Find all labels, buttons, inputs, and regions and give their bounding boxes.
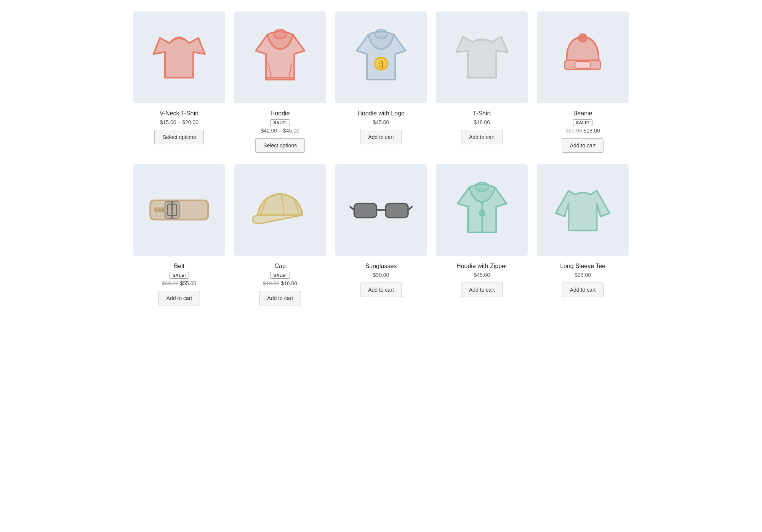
product-card-vneck-tshirt: V-Neck T-Shirt$15.00 – $20.00Select opti… [133,11,225,153]
sale-badge-beanie: SALE! [573,119,593,126]
sale-price-cap: $16.00 [281,280,297,286]
svg-point-9 [579,34,586,42]
product-price-beanie: $20.00$18.00 [566,128,600,134]
add-to-cart-hoodie-logo[interactable]: Add to cart [360,130,402,144]
product-name-cap: Cap [275,263,286,270]
sale-badge-belt: SALE! [170,272,189,279]
product-name-belt: Belt [174,263,185,270]
product-grid: V-Neck T-Shirt$15.00 – $20.00Select opti… [133,11,629,305]
svg-point-23 [479,211,484,216]
product-image-hoodie-logo: :) [335,11,427,103]
product-price-vneck-tshirt: $15.00 – $20.00 [160,119,199,125]
original-price-cap: $18.00 [263,280,279,286]
product-card-beanie: BeanieSALE!$20.00$18.00Add to cart [537,11,629,153]
add-to-cart-long-sleeve-tee[interactable]: Add to cart [562,283,604,297]
product-name-hoodie-zipper: Hoodie with Zipper [456,263,507,270]
product-name-sunglasses: Sunglasses [365,263,397,270]
product-price-hoodie-zipper: $45.00 [474,272,490,278]
product-image-hoodie-zipper [436,164,528,256]
product-price-hoodie-logo: $45.00 [373,119,389,125]
original-price-belt: $65.00 [162,280,179,286]
svg-rect-17 [386,203,408,217]
product-name-hoodie: Hoodie [271,110,290,117]
select-options-vneck-tshirt[interactable]: Select options [154,130,204,144]
product-card-long-sleeve-tee: Long Sleeve Tee$25.00Add to cart [537,164,629,305]
product-card-hoodie-zipper: Hoodie with Zipper$45.00Add to cart [436,164,528,305]
product-image-sunglasses [335,164,427,256]
product-card-belt: BeltSALE!$65.00$55.00Add to cart [133,164,225,305]
add-to-cart-hoodie-zipper[interactable]: Add to cart [461,283,503,297]
svg-point-15 [161,208,165,212]
product-image-tshirt [436,11,528,103]
svg-text::): :) [378,60,383,69]
add-to-cart-sunglasses[interactable]: Add to cart [360,283,402,297]
product-image-belt [133,164,225,256]
product-card-tshirt: T-Shirt$18.00Add to cart [436,11,528,153]
product-price-hoodie: $42.00 – $45.00 [261,128,299,134]
sale-price-beanie: $18.00 [584,128,600,134]
product-name-tshirt: T-Shirt [473,110,491,117]
product-image-vneck-tshirt [133,11,225,103]
product-name-long-sleeve-tee: Long Sleeve Tee [560,263,605,270]
sale-price-belt: $55.00 [180,280,196,286]
product-card-sunglasses: Sunglasses$90.00Add to cart [335,164,427,305]
svg-rect-8 [575,62,590,68]
product-image-long-sleeve-tee [537,164,629,256]
add-to-cart-tshirt[interactable]: Add to cart [461,130,503,144]
product-name-beanie: Beanie [573,110,592,117]
product-image-beanie [537,11,629,103]
sale-badge-hoodie: SALE! [270,119,290,126]
add-to-cart-cap[interactable]: Add to cart [259,291,301,305]
product-price-belt: $65.00$55.00 [162,280,197,286]
product-name-vneck-tshirt: V-Neck T-Shirt [160,110,199,117]
product-price-sunglasses: $90.00 [373,272,389,278]
svg-point-2 [274,30,287,39]
product-image-cap [234,164,326,256]
svg-point-4 [375,30,387,39]
product-card-cap: CapSALE!$18.00$16.00Add to cart [234,164,326,305]
product-price-tshirt: $18.00 [474,119,490,125]
add-to-cart-belt[interactable]: Add to cart [158,291,200,305]
product-card-hoodie: HoodieSALE!$42.00 – $45.00Select options [234,11,326,153]
product-price-cap: $18.00$16.00 [263,280,297,286]
product-image-hoodie [234,11,326,103]
add-to-cart-beanie[interactable]: Add to cart [562,138,604,153]
original-price-beanie: $20.00 [566,128,582,134]
select-options-hoodie[interactable]: Select options [255,138,305,153]
sale-badge-cap: SALE! [270,272,290,279]
svg-rect-16 [354,203,376,217]
svg-point-21 [475,182,488,192]
product-card-hoodie-logo: :) Hoodie with Logo$45.00Add to cart [335,11,427,153]
product-price-long-sleeve-tee: $25.00 [575,272,591,278]
product-name-hoodie-logo: Hoodie with Logo [357,110,405,117]
